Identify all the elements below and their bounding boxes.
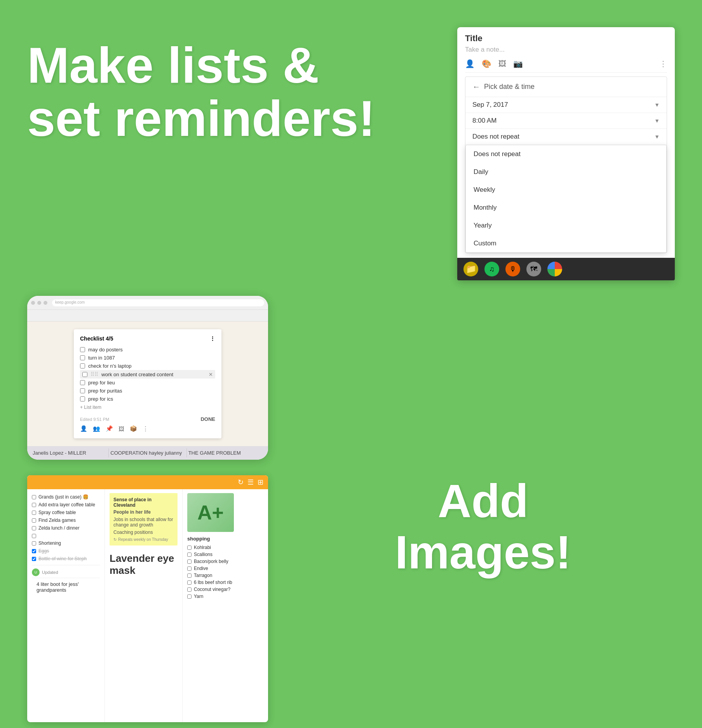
- notes-item-label-coffee-table: Add extra layer coffee table: [38, 502, 95, 507]
- notes-checkbox-zelda-games[interactable]: [32, 518, 36, 523]
- checklist-more-icon-2[interactable]: ⋮: [143, 425, 148, 432]
- more-icon[interactable]: ⋮: [659, 59, 667, 68]
- repeat-option-monthly[interactable]: Monthly: [466, 199, 666, 217]
- notes-item-grands: Grands (just in case) 🍔: [32, 493, 100, 501]
- notes-grid-icon[interactable]: ⊞: [258, 478, 263, 486]
- keep-title-field[interactable]: Title: [465, 33, 667, 43]
- browser-url[interactable]: keep.google.com: [52, 299, 264, 306]
- archive-icon[interactable]: 📷: [513, 59, 523, 68]
- class-cell-2: COOPERATION hayley julianny: [108, 448, 186, 457]
- shopping-checkbox-yarn[interactable]: [187, 594, 192, 599]
- checklist-checkbox-5[interactable]: [80, 380, 85, 385]
- checklist-checkbox-7[interactable]: [80, 396, 85, 401]
- shopping-item-kohlrabi: Kohlrabi: [187, 544, 263, 551]
- notes-checkbox-wine[interactable]: [32, 557, 36, 561]
- notes-checkbox-zelda-lunch[interactable]: [32, 526, 36, 530]
- notes-middle-line2: Jobs in schools that allow for change an…: [113, 517, 174, 528]
- repeat-badge-text: Repeats weekly on Thursday: [118, 537, 168, 542]
- palette-icon[interactable]: 🎨: [482, 59, 491, 68]
- browser-dot-3: [44, 301, 47, 305]
- taskbar-folder-icon[interactable]: 📁: [463, 262, 478, 276]
- shopping-item-label-kohlrabi: Kohlrabi: [194, 545, 211, 550]
- repeat-dropdown-arrow-icon[interactable]: ▼: [654, 134, 660, 140]
- keep-note-field[interactable]: Take a note...: [465, 46, 667, 54]
- repeat-row[interactable]: Does not repeat ▼: [465, 129, 667, 145]
- class-game: THE GAME PROBLEM: [188, 450, 263, 456]
- checklist-item-6: prep for puritas: [80, 387, 215, 395]
- checklist-item-4: ⠿⠿ work on student created content ✕: [80, 370, 215, 379]
- notes-checkbox-coffee-table[interactable]: [32, 503, 36, 507]
- headline: Make lists & set reminders!: [27, 23, 434, 145]
- repeat-option-yearly[interactable]: Yearly: [466, 217, 666, 235]
- time-row[interactable]: 8:00 AM ▼: [465, 113, 667, 129]
- shopping-item-label-endive: Endive: [194, 566, 208, 571]
- checklist-archive-icon[interactable]: 📦: [130, 425, 137, 432]
- checklist-person-icon[interactable]: 👤: [80, 425, 87, 432]
- notes-avatar-row: U Updated: [32, 565, 100, 578]
- pick-datetime-header-label: Pick date & time: [484, 83, 535, 91]
- grade-image: A+: [187, 493, 234, 532]
- date-dropdown-arrow-icon[interactable]: ▼: [654, 102, 660, 108]
- notes-refresh-icon[interactable]: ↻: [238, 478, 244, 486]
- notes-repeat-badge: ↻ Repeats weekly on Thursday: [113, 537, 174, 542]
- checklist-item-label-7: prep for ics: [88, 396, 113, 402]
- shopping-item-bacon: Bacon/pork belly: [187, 558, 263, 565]
- repeat-option-weekly[interactable]: Weekly: [466, 181, 666, 199]
- taskbar-spotify-icon[interactable]: ♫: [484, 262, 499, 276]
- notes-middle-line3: Coaching positions: [113, 530, 174, 535]
- notes-checkbox-blank[interactable]: [32, 534, 36, 538]
- checklist-checkbox-3[interactable]: [80, 363, 85, 368]
- checklist-card: Checklist 4/5 ⋮ may do posters turn in 1…: [74, 329, 221, 438]
- shopping-checkbox-tarragon[interactable]: [187, 573, 192, 578]
- repeat-option-daily[interactable]: Daily: [466, 163, 666, 181]
- back-arrow-icon[interactable]: ←: [472, 82, 480, 91]
- notes-checkbox-grands[interactable]: [32, 495, 36, 499]
- notes-item-zelda-lunch: Zelda lunch / dinner: [32, 524, 100, 532]
- repeat-option-custom[interactable]: Custom: [466, 235, 666, 252]
- close-item-icon[interactable]: ✕: [209, 372, 213, 377]
- checklist-checkbox-2[interactable]: [80, 355, 85, 360]
- image-icon[interactable]: 🖼: [498, 59, 506, 68]
- notes-item-label-wine: Bottle of wine for Steph: [38, 556, 87, 561]
- checklist-item-2: turn in 1087: [80, 354, 215, 362]
- shopping-checkbox-endive[interactable]: [187, 566, 192, 571]
- checklist-checkbox-1[interactable]: [80, 347, 85, 352]
- notes-item-blank: [32, 532, 100, 539]
- checklist-share-icon[interactable]: 👥: [93, 425, 100, 432]
- avatar: U: [32, 568, 40, 576]
- notes-item-label-spray: Spray coffee table: [38, 510, 76, 515]
- notes-checkbox-spray[interactable]: [32, 511, 36, 515]
- shopping-item-label-scallions: Scallions: [194, 552, 213, 557]
- done-button[interactable]: DONE: [200, 416, 215, 422]
- bottom-note-text: 4 liter boot for jess' grandparents: [37, 581, 79, 593]
- checklist-checkbox-4[interactable]: [82, 372, 87, 377]
- shopping-checkbox-scallions[interactable]: [187, 553, 192, 557]
- keep-card: Title Take a note... 👤 🎨 🖼 📷 ⋮ ← Pick da…: [457, 27, 675, 280]
- time-dropdown-arrow-icon[interactable]: ▼: [654, 118, 660, 124]
- main-container: Make lists & set reminders! Title Take a…: [0, 0, 702, 728]
- notes-checkbox-shortening[interactable]: [32, 541, 36, 546]
- checklist-pin-icon[interactable]: 📌: [106, 425, 113, 432]
- shopping-checkbox-beef[interactable]: [187, 580, 192, 585]
- date-row[interactable]: Sep 7, 2017 ▼: [465, 97, 667, 113]
- notes-item-zelda-games: Find Zelda games: [32, 516, 100, 524]
- pick-datetime-header: ← Pick date & time: [465, 77, 667, 97]
- shopping-item-endive: Endive: [187, 565, 263, 572]
- taskbar-podcast-icon[interactable]: 🎙: [505, 262, 520, 276]
- drag-handle-icon: ⠿⠿: [91, 371, 98, 377]
- checklist-image-icon[interactable]: 🖼: [118, 426, 124, 432]
- person-add-icon[interactable]: 👤: [465, 59, 475, 68]
- notes-item-coffee-table: Add extra layer coffee table: [32, 501, 100, 509]
- shopping-checkbox-bacon[interactable]: [187, 559, 192, 564]
- repeat-option-does-not-repeat[interactable]: Does not repeat: [466, 145, 666, 163]
- taskbar-chrome-icon[interactable]: [547, 262, 562, 276]
- shopping-item-coconut: Coconut vinegar?: [187, 586, 263, 593]
- notes-list-icon[interactable]: ☰: [247, 478, 254, 486]
- checklist-more-icon[interactable]: ⋮: [210, 335, 215, 342]
- taskbar-map-icon[interactable]: 🗺: [526, 262, 541, 276]
- add-list-item-button[interactable]: + List item: [80, 403, 215, 412]
- notes-checkbox-eggs[interactable]: [32, 549, 36, 553]
- shopping-checkbox-kohlrabi[interactable]: [187, 546, 192, 550]
- checklist-checkbox-6[interactable]: [80, 388, 85, 393]
- shopping-checkbox-coconut[interactable]: [187, 587, 192, 592]
